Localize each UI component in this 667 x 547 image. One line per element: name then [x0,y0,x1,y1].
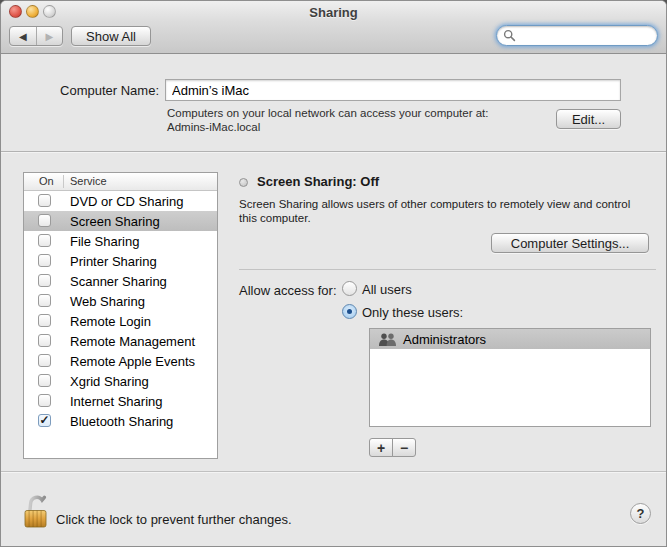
services-list: On Service DVD or CD Sharing Screen Shar… [23,172,218,459]
service-label: Bluetooth Sharing [70,414,173,429]
status-label: Screen Sharing: [257,174,357,189]
service-label: Remote Management [70,334,195,349]
window-title: Sharing [1,5,666,20]
service-checkbox[interactable] [38,354,51,367]
service-row-printer-sharing[interactable]: Printer Sharing [24,251,217,271]
show-all-button[interactable]: Show All [71,26,151,46]
service-checkbox[interactable] [38,314,51,327]
user-row-administrators[interactable]: Administrators [370,329,650,349]
computer-name-input[interactable] [165,79,621,101]
service-checkbox[interactable] [38,274,51,287]
status-value: Off [360,174,379,189]
allowed-users-list: Administrators [369,328,651,427]
service-label: Xgrid Sharing [70,374,149,389]
service-label: Remote Apple Events [70,354,195,369]
service-checkbox[interactable] [38,194,51,207]
radio-all-users-label: All users [362,282,412,297]
radio-only-these-users[interactable] [342,304,357,319]
service-row-xgrid-sharing[interactable]: Xgrid Sharing [24,371,217,391]
hint-line-1: Computers on your local network can acce… [167,107,489,121]
service-row-remote-management[interactable]: Remote Management [24,331,217,351]
user-name: Administrators [403,332,486,347]
service-label: Screen Sharing [70,214,160,229]
service-label: DVD or CD Sharing [70,194,183,209]
footer-divider [1,471,666,473]
services-list-header: On Service [24,173,217,191]
forward-button[interactable]: ▶ [37,27,63,45]
column-header-service: Service [70,175,107,187]
service-row-remote-apple-events[interactable]: Remote Apple Events [24,351,217,371]
service-row-bluetooth-sharing[interactable]: Bluetooth Sharing [24,411,217,431]
column-separator [63,175,64,188]
screen-sharing-description: Screen Sharing allows users of other com… [239,197,641,225]
edit-button[interactable]: Edit... [556,109,621,129]
group-users-icon [378,333,397,346]
service-checkbox[interactable] [38,214,51,227]
service-label: File Sharing [70,234,139,249]
service-checkbox[interactable] [38,374,51,387]
column-header-on: On [39,175,54,187]
user-list-controls: + − [369,438,416,457]
service-checkbox[interactable] [38,234,51,247]
service-checkbox[interactable] [38,254,51,267]
service-row-remote-login[interactable]: Remote Login [24,311,217,331]
service-label: Remote Login [70,314,151,329]
sharing-preferences-window: Sharing ◀ ▶ Show All Computer Name: Comp… [0,0,667,547]
lock-hint-text: Click the lock to prevent further change… [56,512,292,527]
service-checkbox[interactable] [38,334,51,347]
service-label: Scanner Sharing [70,274,167,289]
service-row-scanner-sharing[interactable]: Scanner Sharing [24,271,217,291]
unlocked-padlock-icon[interactable] [21,489,51,529]
computer-settings-button[interactable]: Computer Settings... [491,233,649,253]
service-label: Internet Sharing [70,394,163,409]
allow-access-divider [239,269,656,270]
radio-only-these-users-label: Only these users: [362,305,463,320]
service-checkbox[interactable] [38,294,51,307]
remove-user-button[interactable]: − [392,438,416,457]
back-button[interactable]: ◀ [10,27,37,45]
service-label: Web Sharing [70,294,145,309]
screen-sharing-status-indicator [239,178,248,187]
computer-name-hint: Computers on your local network can acce… [167,107,489,134]
service-row-web-sharing[interactable]: Web Sharing [24,291,217,311]
service-label: Printer Sharing [70,254,157,269]
hint-line-2: Admins-iMac.local [167,121,489,135]
service-row-dvd-or-cd-sharing[interactable]: DVD or CD Sharing [24,191,217,211]
help-button[interactable]: ? [630,503,651,524]
service-row-internet-sharing[interactable]: Internet Sharing [24,391,217,411]
back-arrow-icon: ◀ [19,31,27,42]
allow-access-label: Allow access for: [239,283,337,298]
search-field[interactable] [496,25,658,46]
service-row-file-sharing[interactable]: File Sharing [24,231,217,251]
screen-sharing-status: Screen Sharing: Off [257,174,379,189]
add-user-button[interactable]: + [369,438,393,457]
search-input[interactable] [516,28,657,44]
history-nav: ◀ ▶ [9,26,63,46]
service-checkbox[interactable] [38,394,51,407]
service-row-screen-sharing[interactable]: Screen Sharing [24,211,217,231]
forward-arrow-icon: ▶ [45,31,53,42]
service-checkbox[interactable] [38,414,51,427]
section-divider [1,151,666,153]
titlebar-toolbar: Sharing ◀ ▶ Show All [1,1,666,54]
computer-name-label: Computer Name: [1,83,159,98]
radio-all-users[interactable] [342,281,357,296]
search-icon [503,29,516,42]
